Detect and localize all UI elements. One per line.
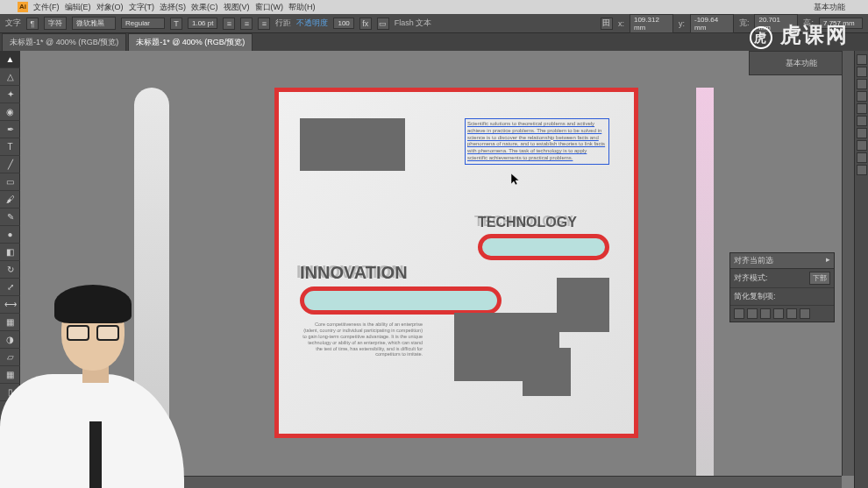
x-label: x:: [618, 19, 624, 28]
h-label: 高:: [803, 18, 814, 29]
align-panel-title: 对齐当前选: [734, 255, 773, 266]
scrollbar-vertical[interactable]: [842, 51, 854, 476]
align-bottom-icon[interactable]: [800, 308, 810, 319]
selected-text-frame[interactable]: Scientific solutions to theoretical prob…: [465, 118, 609, 165]
pencil-tool[interactable]: ✎: [0, 209, 20, 226]
dock-symbols-icon[interactable]: [857, 91, 867, 102]
distribute-label: 简化复制项:: [734, 291, 776, 302]
y-field[interactable]: -109.64 mm: [690, 14, 734, 33]
workspace-panel-label: 基本功能: [786, 58, 817, 69]
placeholder-rect-top-left[interactable]: [300, 118, 405, 171]
eraser-tool[interactable]: ◧: [0, 244, 20, 261]
offscreen-shape-right: [696, 88, 714, 488]
flash-label: Flash 文本: [395, 18, 432, 29]
align-panel[interactable]: 对齐当前选 ▸ 对齐模式: 下部 简化复制项:: [729, 252, 835, 322]
selection-tool[interactable]: ▲: [0, 51, 20, 68]
pen-tool[interactable]: ✒: [0, 121, 20, 138]
transform-anchor-icon[interactable]: 田: [601, 18, 613, 30]
font-size-field[interactable]: 1.06 pt: [188, 18, 217, 29]
lasso-tool[interactable]: ◉: [0, 103, 20, 121]
doc-tab-1[interactable]: 未标题-1* @ 400% (RGB/预览): [128, 33, 253, 51]
dock-swatches-icon[interactable]: [857, 67, 867, 77]
placeholder-rect-bottom[interactable]: [523, 348, 571, 396]
options-bar: 文字 ¶ 字符 微软雅黑 Regular T 1.06 pt ≡ ≡ ≡ 行距 …: [0, 14, 868, 33]
char-label: 文字: [5, 18, 21, 29]
x-field[interactable]: 109.312 mm: [630, 14, 673, 33]
menu-view[interactable]: 视图(V): [224, 2, 250, 13]
technology-pill[interactable]: [478, 234, 609, 260]
placeholder-rect-right[interactable]: [557, 278, 609, 332]
menu-bar: Ai 文件(F) 编辑(E) 对象(O) 文字(T) 选择(S) 效果(C) 视…: [0, 0, 868, 14]
innovation-text: INNOVATION: [300, 263, 502, 283]
align-left-icon[interactable]: ≡: [223, 18, 235, 30]
magic-wand-tool[interactable]: ✦: [0, 86, 20, 103]
align-center-icon[interactable]: ≡: [240, 18, 253, 30]
dock-graphic-styles-icon[interactable]: [857, 152, 867, 163]
workspace-label[interactable]: 基本功能: [814, 2, 845, 13]
blob-brush-tool[interactable]: ●: [0, 226, 20, 244]
fx-icon[interactable]: fx: [359, 18, 372, 30]
align-mode-label: 对齐模式:: [734, 272, 768, 284]
char-panel-label[interactable]: 字符: [44, 17, 67, 30]
menu-type[interactable]: 文字(T): [129, 2, 155, 13]
w-label: 宽:: [739, 18, 750, 29]
direct-selection-tool[interactable]: △: [0, 68, 20, 86]
align-right-icon[interactable]: ≡: [258, 18, 270, 30]
align-mode-select[interactable]: 下部: [809, 272, 830, 285]
menu-object[interactable]: 对象(O): [96, 2, 124, 13]
technology-group[interactable]: TECHNOLOGY TECHNOLOGY: [478, 215, 609, 260]
font-size-icon: T: [170, 18, 182, 30]
clip-icon[interactable]: ▭: [377, 18, 389, 30]
font-family-field[interactable]: 微软雅黑: [72, 17, 116, 30]
text-block-top-right[interactable]: Scientific solutions to theoretical prob…: [465, 118, 609, 165]
leading-label: 行距: [275, 18, 291, 29]
type-tool[interactable]: T: [0, 138, 20, 156]
workspace-panel[interactable]: 基本功能: [749, 51, 854, 75]
line-tool[interactable]: ╱: [0, 156, 20, 173]
align-left-icon[interactable]: [734, 308, 744, 319]
menu-file[interactable]: 文件(F): [33, 2, 60, 13]
h-field[interactable]: 7.757 mm: [819, 18, 863, 29]
menu-select[interactable]: 选择(S): [160, 2, 186, 13]
align-top-icon[interactable]: [773, 308, 784, 319]
dock-color-icon[interactable]: [857, 54, 867, 65]
right-dock: [854, 51, 868, 488]
opacity-label: 不透明度: [296, 18, 328, 29]
artboard[interactable]: Scientific solutions to theoretical prob…: [274, 88, 638, 438]
menu-help[interactable]: 帮助(H): [288, 2, 316, 13]
dock-transparency-icon[interactable]: [857, 128, 867, 138]
panel-menu-icon[interactable]: ▸: [826, 255, 830, 266]
dock-stroke-icon[interactable]: [857, 103, 867, 114]
menu-window[interactable]: 窗口(W): [255, 2, 284, 13]
paragraph-icon[interactable]: ¶: [26, 18, 39, 30]
innovation-group[interactable]: INNOVATION INNOVATION: [300, 263, 502, 315]
text-content-tr: Scientific solutions to theoretical prob…: [467, 121, 607, 162]
align-vcenter-icon[interactable]: [786, 308, 797, 319]
dock-layers-icon[interactable]: [857, 165, 867, 175]
menu-effect[interactable]: 效果(C): [191, 2, 218, 13]
font-weight-field[interactable]: Regular: [121, 18, 165, 29]
dock-brushes-icon[interactable]: [857, 79, 867, 89]
rotate-tool[interactable]: ↻: [0, 261, 20, 279]
technology-text: TECHNOLOGY: [478, 215, 609, 230]
text-block-bottom-left[interactable]: Core competitiveness is the ability of a…: [300, 322, 423, 357]
dock-gradient-icon[interactable]: [857, 116, 867, 126]
opacity-field[interactable]: 100: [333, 18, 353, 29]
innovation-pill[interactable]: [300, 286, 502, 315]
doc-tab-0[interactable]: 未标题-1* @ 400% (RGB/预览): [2, 33, 126, 51]
align-right-icon[interactable]: [760, 308, 771, 319]
paintbrush-tool[interactable]: 🖌: [0, 191, 20, 209]
presenter-overlay: [0, 286, 202, 488]
rectangle-tool[interactable]: ▭: [0, 173, 20, 191]
y-label: y:: [679, 19, 685, 28]
document-tab-bar: 未标题-1* @ 400% (RGB/预览) 未标题-1* @ 400% (RG…: [0, 33, 868, 51]
menu-edit[interactable]: 编辑(E): [65, 2, 91, 13]
app-icon: Ai: [18, 2, 28, 12]
w-field[interactable]: 20.701 mm: [754, 14, 798, 33]
align-hcenter-icon[interactable]: [747, 308, 758, 319]
dock-appearance-icon[interactable]: [857, 140, 867, 151]
